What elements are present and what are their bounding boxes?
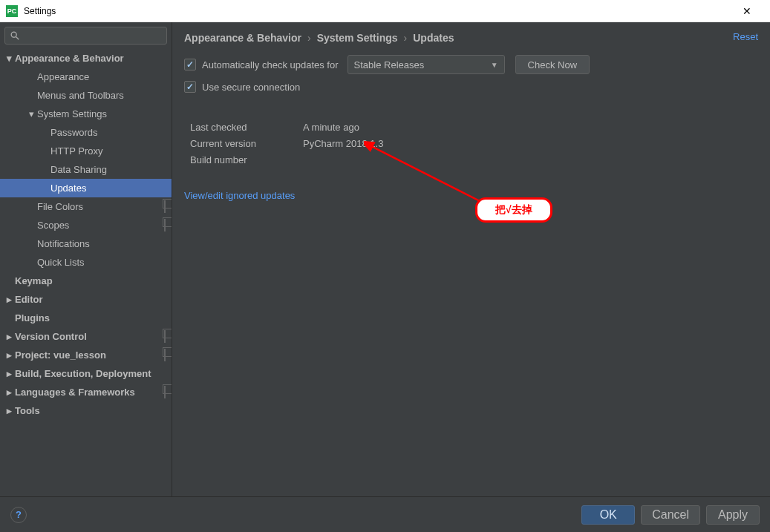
auto-check-updates-checkbox[interactable]: [184, 59, 196, 70]
build-number-label: Build number: [190, 154, 303, 165]
sidebar-item-http-proxy[interactable]: HTTP Proxy: [0, 142, 172, 160]
chevron-right-icon: ›: [307, 32, 311, 44]
current-version-value: PyCharm 2018.1.3: [303, 138, 383, 149]
sidebar-item-label: Passwords: [50, 127, 98, 138]
settings-tree: ▾Appearance & BehaviorAppearanceMenus an…: [0, 49, 172, 496]
last-checked-value: A minute ago: [303, 122, 359, 133]
sidebar-item-label: Keymap: [15, 275, 53, 286]
secure-connection-checkbox[interactable]: [184, 81, 196, 93]
help-icon[interactable]: ?: [10, 507, 27, 523]
search-icon: [10, 30, 20, 41]
chevron-down-icon: ▼: [491, 61, 498, 69]
annotation-callout: 把√去掉: [475, 197, 552, 223]
chevron-right-icon: ›: [404, 32, 408, 44]
sidebar-item-label: Appearance: [37, 71, 89, 82]
check-now-button[interactable]: Check Now: [515, 55, 590, 74]
current-version-label: Current version: [190, 138, 303, 149]
auto-check-label: Automatically check updates for: [202, 59, 339, 70]
sidebar-item-label: Data Sharing: [50, 164, 107, 175]
svg-line-1: [16, 37, 19, 40]
apply-button[interactable]: Apply: [706, 505, 760, 525]
copy-icon: [164, 331, 166, 342]
sidebar-item-label: Languages & Frameworks: [15, 387, 135, 398]
title-bar: PC Settings ✕: [0, 0, 770, 22]
copy-icon: [164, 349, 166, 361]
chevron-right-icon: ▸: [4, 349, 13, 361]
breadcrumb-a: Appearance & Behavior: [184, 32, 301, 44]
copy-icon: [164, 220, 166, 231]
search-input[interactable]: [4, 27, 167, 45]
window-title: Settings: [24, 6, 730, 16]
select-value: Stable Releases: [354, 59, 425, 70]
sidebar-item-editor[interactable]: ▸Editor: [0, 290, 172, 309]
reset-link[interactable]: Reset: [733, 31, 758, 42]
svg-point-0: [11, 32, 16, 37]
copy-icon: [164, 387, 166, 398]
last-checked-label: Last checked: [190, 122, 303, 133]
settings-panel: Appearance & Behavior › System Settings …: [172, 22, 770, 496]
breadcrumb-c: Updates: [413, 32, 454, 44]
breadcrumb-b: System Settings: [317, 32, 398, 44]
sidebar-item-system-settings[interactable]: ▾System Settings: [0, 105, 172, 123]
sidebar-item-label: Build, Execution, Deployment: [15, 368, 151, 379]
chevron-down-icon: ▾: [4, 53, 13, 64]
sidebar-item-label: Notifications: [37, 238, 90, 249]
close-icon[interactable]: ✕: [730, 0, 764, 22]
chevron-down-icon: ▾: [27, 108, 36, 119]
update-channel-select[interactable]: Stable Releases ▼: [348, 55, 505, 74]
sidebar-item-appearance[interactable]: Appearance: [0, 68, 172, 86]
settings-sidebar: ▾Appearance & BehaviorAppearanceMenus an…: [0, 22, 172, 496]
sidebar-item-label: Menus and Toolbars: [37, 90, 124, 101]
sidebar-item-label: Tools: [15, 405, 40, 416]
sidebar-item-label: Quick Lists: [37, 257, 85, 268]
sidebar-item-keymap[interactable]: Keymap: [0, 272, 172, 290]
ok-button[interactable]: OK: [581, 505, 635, 525]
sidebar-item-tools[interactable]: ▸Tools: [0, 401, 172, 420]
sidebar-item-languages-frameworks[interactable]: ▸Languages & Frameworks: [0, 383, 172, 401]
dialog-footer: ? OK Cancel Apply: [0, 496, 770, 532]
ignored-updates-link[interactable]: View/edit ignored updates: [184, 190, 295, 201]
sidebar-item-project-vue-lesson[interactable]: ▸Project: vue_lesson: [0, 346, 172, 364]
chevron-right-icon: ▸: [4, 294, 13, 305]
breadcrumb: Appearance & Behavior › System Settings …: [172, 22, 770, 53]
sidebar-item-label: File Colors: [37, 201, 83, 212]
sidebar-item-label: Appearance & Behavior: [15, 53, 124, 64]
sidebar-item-label: Version Control: [15, 331, 87, 342]
sidebar-item-appearance-behavior[interactable]: ▾Appearance & Behavior: [0, 49, 172, 68]
sidebar-item-label: Project: vue_lesson: [15, 349, 106, 361]
sidebar-item-label: Updates: [50, 183, 86, 194]
app-icon: PC: [6, 5, 18, 17]
cancel-button[interactable]: Cancel: [641, 505, 700, 525]
chevron-right-icon: ▸: [4, 405, 13, 416]
sidebar-item-notifications[interactable]: Notifications: [0, 234, 172, 253]
sidebar-item-build-execution-deployment[interactable]: ▸Build, Execution, Deployment: [0, 364, 172, 383]
sidebar-item-data-sharing[interactable]: Data Sharing: [0, 160, 172, 179]
sidebar-item-label: Editor: [15, 294, 43, 305]
sidebar-item-file-colors[interactable]: File Colors: [0, 197, 172, 216]
sidebar-item-scopes[interactable]: Scopes: [0, 216, 172, 234]
copy-icon: [164, 201, 166, 212]
sidebar-item-label: System Settings: [37, 108, 107, 119]
sidebar-item-label: Scopes: [37, 220, 69, 231]
sidebar-item-label: HTTP Proxy: [50, 145, 103, 157]
secure-connection-label: Use secure connection: [202, 82, 300, 93]
sidebar-item-version-control[interactable]: ▸Version Control: [0, 327, 172, 346]
chevron-right-icon: ▸: [4, 368, 13, 379]
sidebar-item-updates[interactable]: Updates: [0, 179, 172, 197]
chevron-right-icon: ▸: [4, 387, 13, 398]
sidebar-item-quick-lists[interactable]: Quick Lists: [0, 253, 172, 272]
sidebar-item-menus-and-toolbars[interactable]: Menus and Toolbars: [0, 86, 172, 105]
sidebar-item-plugins[interactable]: Plugins: [0, 309, 172, 327]
sidebar-item-label: Plugins: [15, 312, 50, 324]
chevron-right-icon: ▸: [4, 331, 13, 342]
sidebar-item-passwords[interactable]: Passwords: [0, 123, 172, 142]
